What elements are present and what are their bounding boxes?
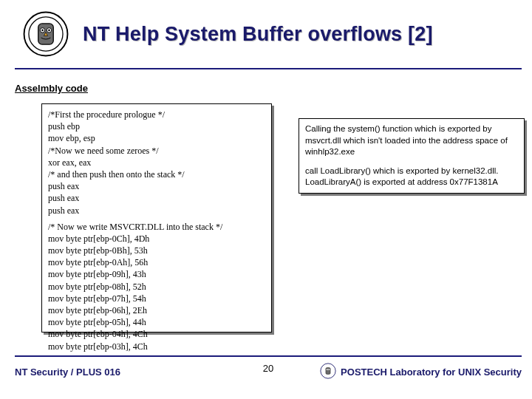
code-line: xor eax, eax xyxy=(48,157,265,168)
code-line: push eax xyxy=(48,205,265,216)
note-paragraph: call LoadLibrary() which is exported by … xyxy=(305,166,518,188)
code-line: push ebp xyxy=(48,120,265,132)
note-paragraph: Calling the system() function which is e… xyxy=(305,123,518,158)
code-line: mov byte ptr[ebp-09h], 43h xyxy=(48,268,265,280)
code-line: mov byte ptr[ebp-03h], 4Ch xyxy=(48,341,265,352)
code-line: mov byte ptr[ebp-04h], 4Ch xyxy=(48,328,265,340)
code-line: mov ebp, esp xyxy=(48,132,265,144)
explanation-note-box: Calling the system() function which is e… xyxy=(299,118,525,194)
slide-title: NT Help System Buffer overflows [2] xyxy=(83,23,433,46)
code-line: mov byte ptr[ebp-0Ah], 56h xyxy=(48,256,265,268)
header-rule xyxy=(15,68,522,69)
svg-point-5 xyxy=(41,30,44,32)
lab-logo xyxy=(22,10,69,58)
code-line: /*First the procedure prologue */ xyxy=(48,109,265,120)
code-line: mov byte ptr[ebp-0Ch], 4Dh xyxy=(48,233,265,245)
footer-page-number: 20 xyxy=(15,363,522,374)
code-line: push eax xyxy=(48,180,265,192)
assembly-code-box: /*First the procedure prologue */push eb… xyxy=(41,103,272,332)
code-line: mov byte ptr[ebp-06h], 2Eh xyxy=(48,304,265,316)
code-line: mov byte ptr[ebp-08h], 52h xyxy=(48,281,265,293)
section-label: Asselmbly code xyxy=(15,83,88,94)
slide-footer: NT Security / PLUS 016 20 POSTECH Labora… xyxy=(15,355,522,381)
code-line: mov byte ptr[ebp-07h], 54h xyxy=(48,293,265,304)
code-line: push eax xyxy=(48,192,265,204)
code-line: /* Now we write MSVCRT.DLL into the stac… xyxy=(48,221,265,233)
code-line: /* and then push then onto the stack */ xyxy=(48,168,265,180)
code-line: /*Now we need some zeroes */ xyxy=(48,145,265,157)
code-line: mov byte ptr[ebp-05h], 44h xyxy=(48,316,265,328)
code-line: mov byte ptr[ebp-0Bh], 53h xyxy=(48,245,265,256)
svg-point-6 xyxy=(48,30,50,32)
